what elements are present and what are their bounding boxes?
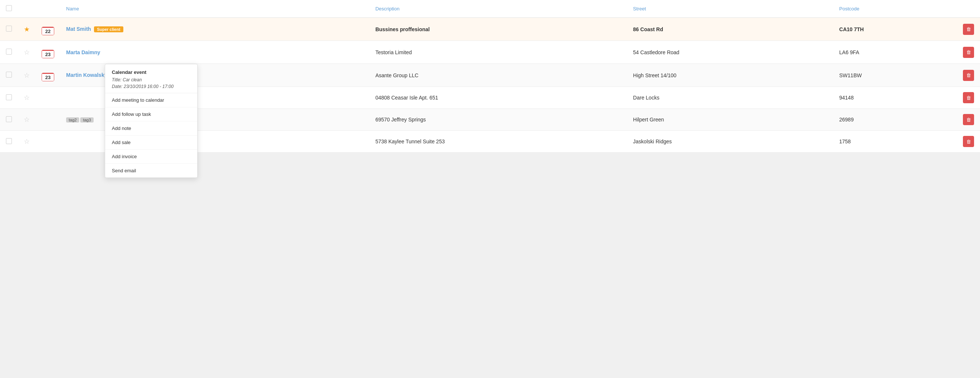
name-header: Name [60, 0, 369, 18]
row-checkbox-cell [0, 64, 18, 87]
contacts-table: Name Description Street Postcode ★22Mat … [0, 0, 980, 152]
calendar-cell: 23 [36, 64, 60, 87]
event-date-detail: Date: 23/10/2019 16:00 - 17:00 [112, 83, 191, 90]
calendar-header [36, 0, 60, 18]
description-cell: 69570 Jeffrey Springs [369, 109, 627, 131]
context-menu-item[interactable]: Add meeting to calendar [105, 93, 197, 107]
street-cell: High Street 14/100 [627, 64, 833, 87]
row-checkbox[interactable] [6, 94, 12, 100]
description-cell: 5738 Kaylee Tunnel Suite 253 [369, 131, 627, 152]
calendar-cell [36, 87, 60, 109]
delete-button[interactable]: 🗑 [963, 92, 974, 103]
calendar-cell: 22 [36, 18, 60, 41]
star-cell: ★ [18, 18, 36, 41]
contact-name-link[interactable]: Martin Kowalsky [66, 72, 107, 78]
tag: tag3 [80, 118, 93, 122]
postcode-cell: 1758 [833, 131, 957, 152]
context-menu-item[interactable]: Add invoice [105, 149, 197, 164]
calendar-cell [36, 131, 60, 152]
delete-cell: 🗑 [957, 18, 980, 41]
table-header-row: Name Description Street Postcode [0, 0, 980, 18]
star-icon[interactable]: ☆ [24, 116, 30, 123]
calendar-badge[interactable]: 23 [41, 50, 54, 58]
postcode-cell: SW11BW [833, 64, 957, 87]
star-icon[interactable]: ★ [24, 25, 30, 33]
context-menu-item[interactable]: Add sale [105, 135, 197, 149]
name-cell: Mat SmithSuper client [60, 18, 369, 41]
postcode-cell: 94148 [833, 87, 957, 109]
context-menu: Calendar eventTitle: Car cleanDate: 23/1… [105, 64, 197, 178]
actions-header [957, 0, 980, 18]
delete-button[interactable]: 🗑 [963, 114, 974, 125]
contacts-table-container: Name Description Street Postcode ★22Mat … [0, 0, 980, 152]
row-checkbox[interactable] [6, 25, 12, 32]
star-icon[interactable]: ☆ [24, 138, 30, 145]
name-cell: Martin KowalskyVIPCalendar eventTitle: C… [60, 64, 369, 87]
event-title: Calendar event [112, 70, 191, 75]
select-all-checkbox[interactable] [6, 5, 12, 11]
description-header: Description [369, 0, 627, 18]
description-cell: Testoria Limited [369, 41, 627, 64]
star-icon[interactable]: ☆ [24, 71, 30, 79]
street-cell: Dare Locks [627, 87, 833, 109]
context-menu-item[interactable]: Send email [105, 164, 197, 178]
name-column-label: Name [66, 6, 79, 11]
star-header [18, 0, 36, 18]
postcode-cell: LA6 9FA [833, 41, 957, 64]
table-row: ★22Mat SmithSuper clientBussines proffes… [0, 18, 980, 41]
postcode-header: Postcode [833, 0, 957, 18]
context-menu-item[interactable]: Add note [105, 121, 197, 135]
calendar-badge[interactable]: 23 [41, 73, 54, 81]
street-cell: 86 Coast Rd [627, 18, 833, 41]
row-checkbox-cell [0, 109, 18, 131]
calendar-badge[interactable]: 22 [41, 27, 54, 35]
tag-container: tag2tag3 [66, 117, 95, 122]
star-cell: ☆ [18, 41, 36, 64]
star-cell: ☆ [18, 64, 36, 87]
contact-badge: Super client [94, 26, 123, 32]
delete-cell: 🗑 [957, 131, 980, 152]
delete-cell: 🗑 [957, 41, 980, 64]
row-checkbox[interactable] [6, 71, 12, 78]
star-cell: ☆ [18, 131, 36, 152]
delete-button[interactable]: 🗑 [963, 70, 974, 81]
street-column-label: Street [633, 6, 646, 11]
postcode-cell: 26989 [833, 109, 957, 131]
postcode-column-label: Postcode [839, 6, 859, 11]
star-cell: ☆ [18, 109, 36, 131]
description-cell: Asante Group LLC [369, 64, 627, 87]
row-checkbox-cell [0, 18, 18, 41]
calendar-day: 23 [42, 51, 54, 58]
select-all-cell[interactable] [0, 0, 18, 18]
context-menu-header: Calendar eventTitle: Car cleanDate: 23/1… [105, 64, 197, 93]
calendar-day: 23 [42, 74, 54, 81]
table-row: ☆23Marta DaimnyTestoria Limited54 Castle… [0, 41, 980, 64]
calendar-cell [36, 109, 60, 131]
delete-cell: 🗑 [957, 87, 980, 109]
delete-cell: 🗑 [957, 109, 980, 131]
context-menu-item[interactable]: Add follow up task [105, 107, 197, 121]
event-title-detail: Title: Car clean [112, 76, 191, 83]
row-checkbox[interactable] [6, 138, 12, 144]
tag: tag2 [66, 118, 79, 122]
postcode-cell: CA10 7TH [833, 18, 957, 41]
street-header: Street [627, 0, 833, 18]
row-checkbox-cell [0, 87, 18, 109]
star-cell: ☆ [18, 87, 36, 109]
description-cell: 04808 Ceasar Isle Apt. 651 [369, 87, 627, 109]
contact-name-link[interactable]: Marta Daimny [66, 49, 100, 55]
star-icon[interactable]: ☆ [24, 49, 30, 56]
row-checkbox[interactable] [6, 116, 12, 122]
street-cell: Hilpert Green [627, 109, 833, 131]
contact-name-link[interactable]: Mat Smith [66, 26, 91, 32]
row-checkbox[interactable] [6, 49, 12, 55]
street-cell: Jaskolski Ridges [627, 131, 833, 152]
row-checkbox-cell [0, 131, 18, 152]
row-checkbox-cell [0, 41, 18, 64]
delete-button[interactable]: 🗑 [963, 47, 974, 58]
table-row: ☆23Martin KowalskyVIPCalendar eventTitle… [0, 64, 980, 87]
delete-button[interactable]: 🗑 [963, 136, 974, 147]
star-icon[interactable]: ☆ [24, 94, 30, 102]
delete-button[interactable]: 🗑 [963, 24, 974, 35]
description-cell: Bussines proffesional [369, 18, 627, 41]
